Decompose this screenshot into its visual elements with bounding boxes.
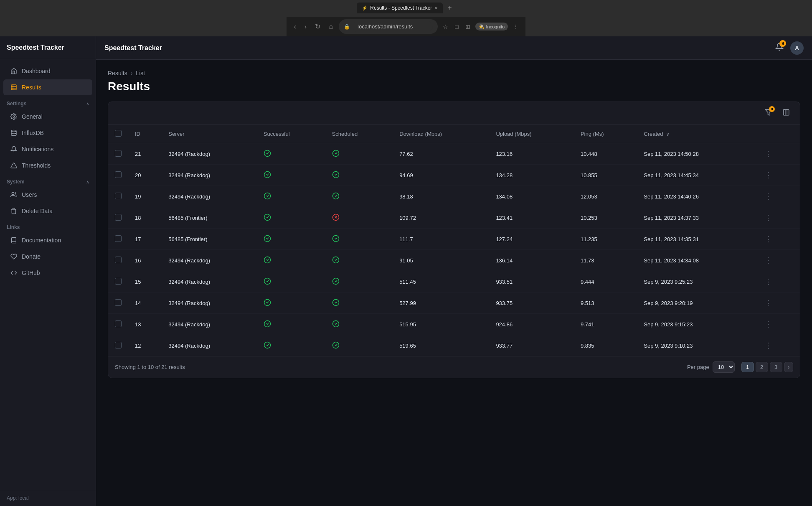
select-all-checkbox[interactable]: [115, 130, 122, 137]
row-id: 12: [128, 335, 162, 356]
row-server: 32494 (Rackdog): [162, 165, 257, 186]
row-more-button[interactable]: ⋮: [762, 255, 774, 266]
row-more-button[interactable]: ⋮: [762, 276, 774, 287]
table-icon: [10, 84, 18, 91]
row-checkbox[interactable]: [115, 299, 122, 306]
sidebar-item-general[interactable]: General: [3, 109, 92, 125]
sidebar-item-influxdb[interactable]: InfluxDB: [3, 125, 92, 141]
row-more-button[interactable]: ⋮: [762, 148, 774, 159]
avatar-button[interactable]: A: [790, 41, 804, 55]
settings-section-header[interactable]: Settings ∧: [0, 96, 96, 108]
row-ping: 9.513: [574, 292, 637, 314]
svg-point-5: [11, 130, 16, 132]
columns-button[interactable]: [779, 107, 793, 120]
row-id: 21: [128, 143, 162, 165]
row-download: 527.99: [393, 292, 489, 314]
row-more-button[interactable]: ⋮: [762, 212, 774, 223]
svg-point-13: [264, 171, 270, 178]
sidebar-item-github[interactable]: GitHub: [3, 265, 92, 281]
table-row: 19 32494 (Rackdog) 98.18 134.08 12.053 S…: [108, 186, 800, 207]
table-row: 12 32494 (Rackdog) 519.65 933.77 9.835 S…: [108, 335, 800, 356]
sidebar-item-thresholds[interactable]: Thresholds: [3, 158, 92, 173]
row-checkbox[interactable]: [115, 171, 122, 178]
sidebar-item-users[interactable]: Users: [3, 187, 92, 203]
svg-point-14: [332, 171, 339, 178]
row-ping: 11.73: [574, 250, 637, 271]
home-button[interactable]: ⌂: [326, 21, 335, 32]
book-icon: [10, 236, 18, 244]
row-server: 56485 (Frontier): [162, 207, 257, 229]
row-successful: [257, 314, 325, 335]
profile-button[interactable]: □: [453, 22, 460, 32]
row-server: 32494 (Rackdog): [162, 314, 257, 335]
breadcrumb-results[interactable]: Results: [108, 70, 127, 76]
row-more-button[interactable]: ⋮: [762, 170, 774, 181]
sidebar-item-results[interactable]: Results: [3, 79, 92, 95]
row-checkbox[interactable]: [115, 150, 122, 157]
svg-point-24: [332, 257, 339, 263]
row-successful: [257, 143, 325, 165]
filter-button[interactable]: 0: [761, 107, 776, 120]
row-upload: 134.28: [489, 165, 574, 186]
col-created[interactable]: Created ∨: [637, 125, 755, 143]
row-checkbox[interactable]: [115, 257, 122, 263]
page-1-button[interactable]: 1: [741, 362, 754, 372]
svg-point-25: [264, 278, 270, 284]
row-upload: 134.08: [489, 186, 574, 207]
svg-rect-0: [11, 85, 16, 90]
row-more-button[interactable]: ⋮: [762, 319, 774, 330]
sidebar-item-documentation[interactable]: Documentation: [3, 232, 92, 248]
sidebar-item-notifications[interactable]: Notifications: [3, 141, 92, 157]
browser-tab-active[interactable]: ⚡ Results - Speedtest Tracker ✕: [357, 3, 443, 13]
row-checkbox[interactable]: [115, 214, 122, 221]
row-more-button[interactable]: ⋮: [762, 297, 774, 308]
row-download: 515.95: [393, 314, 489, 335]
row-ping: 10.448: [574, 143, 637, 165]
menu-button[interactable]: ⋮: [511, 22, 520, 32]
new-tab-button[interactable]: +: [444, 3, 455, 13]
bookmark-button[interactable]: ☆: [441, 22, 450, 32]
sidebar-item-dashboard[interactable]: Dashboard: [3, 63, 92, 79]
svg-point-6: [12, 192, 14, 194]
row-checkbox[interactable]: [115, 342, 122, 348]
row-more-button[interactable]: ⋮: [762, 340, 774, 351]
page-3-button[interactable]: 3: [770, 362, 782, 372]
row-scheduled: [325, 207, 393, 229]
row-checkbox[interactable]: [115, 235, 122, 242]
back-button[interactable]: ‹: [292, 21, 299, 32]
row-more-button[interactable]: ⋮: [762, 234, 774, 244]
table-row: 13 32494 (Rackdog) 515.95 924.86 9.741 S…: [108, 314, 800, 335]
row-checkbox[interactable]: [115, 278, 122, 285]
row-checkbox[interactable]: [115, 193, 122, 199]
reload-button[interactable]: ↻: [312, 21, 323, 32]
pagination: 1 2 3 ›: [741, 362, 793, 372]
row-server: 32494 (Rackdog): [162, 335, 257, 356]
table-row: 15 32494 (Rackdog) 511.45 933.51 9.444 S…: [108, 271, 800, 292]
heart-icon: [10, 253, 18, 260]
extensions-button[interactable]: ⊞: [464, 22, 472, 32]
sidebar-item-delete-data[interactable]: Delete Data: [3, 203, 92, 219]
sidebar-item-donate[interactable]: Donate: [3, 249, 92, 264]
row-download: 111.7: [393, 229, 489, 250]
row-download: 94.69: [393, 165, 489, 186]
row-created: Sep 9, 2023 9:10:23: [637, 335, 755, 356]
row-checkbox[interactable]: [115, 320, 122, 327]
page-next-button[interactable]: ›: [784, 362, 793, 372]
system-section-header[interactable]: System ∧: [0, 174, 96, 186]
notification-badge: 9: [779, 40, 786, 47]
row-upload: 123.41: [489, 207, 574, 229]
row-successful: [257, 271, 325, 292]
address-bar[interactable]: [353, 21, 433, 32]
row-scheduled: [325, 335, 393, 356]
table-footer: Showing 1 to 10 of 21 results Per page 1…: [108, 356, 800, 378]
row-created: Sep 11, 2023 14:45:34: [637, 165, 755, 186]
svg-point-30: [332, 320, 339, 327]
per-page-select[interactable]: 10 25 50: [713, 361, 735, 373]
row-more-button[interactable]: ⋮: [762, 191, 774, 202]
forward-button[interactable]: ›: [302, 21, 309, 32]
notifications-button[interactable]: 9: [774, 41, 785, 55]
row-ping: 10.855: [574, 165, 637, 186]
row-created: Sep 11, 2023 14:35:31: [637, 229, 755, 250]
tab-close-icon[interactable]: ✕: [434, 6, 438, 10]
page-2-button[interactable]: 2: [756, 362, 768, 372]
